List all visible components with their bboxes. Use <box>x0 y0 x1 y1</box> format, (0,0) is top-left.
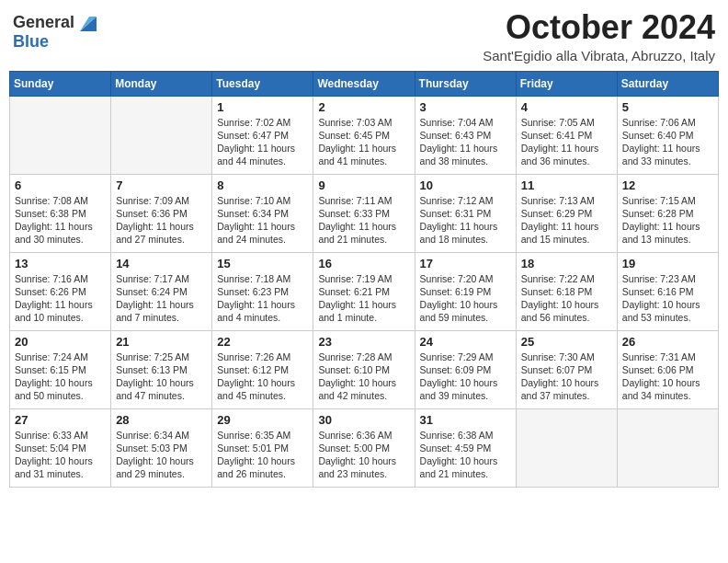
week-row-3: 13Sunrise: 7:16 AM Sunset: 6:26 PM Dayli… <box>10 252 719 330</box>
day-info: Sunrise: 7:24 AM Sunset: 6:15 PM Dayligh… <box>15 350 106 403</box>
day-number: 27 <box>15 413 106 427</box>
page-header: General Blue October 2024 Sant'Egidio al… <box>9 9 719 63</box>
day-info: Sunrise: 7:02 AM Sunset: 6:47 PM Dayligh… <box>217 116 308 168</box>
day-number: 23 <box>318 335 409 349</box>
calendar-cell: 6Sunrise: 7:08 AM Sunset: 6:38 PM Daylig… <box>10 174 111 252</box>
calendar-cell: 10Sunrise: 7:12 AM Sunset: 6:31 PM Dayli… <box>415 174 516 252</box>
day-number: 13 <box>15 257 106 270</box>
day-number: 9 <box>318 178 409 192</box>
day-number: 25 <box>521 335 612 349</box>
month-title: October 2024 <box>483 9 715 46</box>
day-info: Sunrise: 7:25 AM Sunset: 6:13 PM Dayligh… <box>116 350 207 403</box>
calendar-cell: 3Sunrise: 7:04 AM Sunset: 6:43 PM Daylig… <box>415 96 516 174</box>
day-info: Sunrise: 6:34 AM Sunset: 5:03 PM Dayligh… <box>116 429 207 481</box>
calendar-cell: 18Sunrise: 7:22 AM Sunset: 6:18 PM Dayli… <box>516 252 617 330</box>
week-row-5: 27Sunrise: 6:33 AM Sunset: 5:04 PM Dayli… <box>10 408 719 487</box>
calendar-cell: 26Sunrise: 7:31 AM Sunset: 6:06 PM Dayli… <box>617 330 718 408</box>
weekday-header-sunday: Sunday <box>10 71 111 96</box>
day-info: Sunrise: 7:28 AM Sunset: 6:10 PM Dayligh… <box>318 350 409 403</box>
calendar-cell <box>617 408 718 487</box>
day-info: Sunrise: 7:22 AM Sunset: 6:18 PM Dayligh… <box>521 272 612 325</box>
day-info: Sunrise: 7:03 AM Sunset: 6:45 PM Dayligh… <box>318 116 409 168</box>
day-info: Sunrise: 7:18 AM Sunset: 6:23 PM Dayligh… <box>217 272 308 325</box>
location-subtitle: Sant'Egidio alla Vibrata, Abruzzo, Italy <box>483 48 715 63</box>
day-info: Sunrise: 6:38 AM Sunset: 4:59 PM Dayligh… <box>420 429 511 481</box>
day-info: Sunrise: 7:06 AM Sunset: 6:40 PM Dayligh… <box>622 116 713 168</box>
calendar-cell: 23Sunrise: 7:28 AM Sunset: 6:10 PM Dayli… <box>313 330 415 408</box>
day-number: 11 <box>521 178 612 192</box>
day-number: 12 <box>622 178 713 192</box>
day-info: Sunrise: 6:36 AM Sunset: 5:00 PM Dayligh… <box>318 429 409 481</box>
calendar-cell: 5Sunrise: 7:06 AM Sunset: 6:40 PM Daylig… <box>617 96 718 174</box>
day-info: Sunrise: 7:31 AM Sunset: 6:06 PM Dayligh… <box>622 350 713 403</box>
calendar-cell: 28Sunrise: 6:34 AM Sunset: 5:03 PM Dayli… <box>111 408 212 487</box>
calendar-cell: 17Sunrise: 7:20 AM Sunset: 6:19 PM Dayli… <box>415 252 516 330</box>
day-number: 5 <box>622 100 713 114</box>
day-info: Sunrise: 7:13 AM Sunset: 6:29 PM Dayligh… <box>521 194 612 247</box>
day-number: 7 <box>116 178 207 192</box>
calendar-cell <box>111 96 212 174</box>
day-number: 3 <box>420 100 511 114</box>
day-number: 6 <box>15 178 106 192</box>
day-number: 24 <box>420 335 511 349</box>
day-info: Sunrise: 7:10 AM Sunset: 6:34 PM Dayligh… <box>217 194 308 247</box>
day-info: Sunrise: 7:29 AM Sunset: 6:09 PM Dayligh… <box>420 350 511 403</box>
calendar-body: 1Sunrise: 7:02 AM Sunset: 6:47 PM Daylig… <box>10 96 719 487</box>
calendar-cell: 29Sunrise: 6:35 AM Sunset: 5:01 PM Dayli… <box>212 408 313 487</box>
day-info: Sunrise: 7:23 AM Sunset: 6:16 PM Dayligh… <box>622 272 713 325</box>
calendar-cell: 1Sunrise: 7:02 AM Sunset: 6:47 PM Daylig… <box>212 96 313 174</box>
day-info: Sunrise: 7:12 AM Sunset: 6:31 PM Dayligh… <box>420 194 511 247</box>
logo: General Blue <box>13 13 97 52</box>
week-row-1: 1Sunrise: 7:02 AM Sunset: 6:47 PM Daylig… <box>10 96 719 174</box>
day-info: Sunrise: 7:09 AM Sunset: 6:36 PM Dayligh… <box>116 194 207 247</box>
weekday-header-friday: Friday <box>516 71 617 96</box>
calendar-cell: 8Sunrise: 7:10 AM Sunset: 6:34 PM Daylig… <box>212 174 313 252</box>
weekday-header-row: SundayMondayTuesdayWednesdayThursdayFrid… <box>10 71 719 96</box>
day-info: Sunrise: 6:33 AM Sunset: 5:04 PM Dayligh… <box>15 429 106 481</box>
day-info: Sunrise: 7:04 AM Sunset: 6:43 PM Dayligh… <box>420 116 511 168</box>
weekday-header-wednesday: Wednesday <box>313 71 415 96</box>
day-number: 16 <box>318 257 409 270</box>
day-number: 21 <box>116 335 207 349</box>
day-info: Sunrise: 7:26 AM Sunset: 6:12 PM Dayligh… <box>217 350 308 403</box>
weekday-header-thursday: Thursday <box>415 71 516 96</box>
calendar-cell: 20Sunrise: 7:24 AM Sunset: 6:15 PM Dayli… <box>10 330 111 408</box>
calendar-cell: 25Sunrise: 7:30 AM Sunset: 6:07 PM Dayli… <box>516 330 617 408</box>
calendar-cell: 14Sunrise: 7:17 AM Sunset: 6:24 PM Dayli… <box>111 252 212 330</box>
calendar-cell: 24Sunrise: 7:29 AM Sunset: 6:09 PM Dayli… <box>415 330 516 408</box>
day-number: 31 <box>420 413 511 427</box>
day-info: Sunrise: 7:20 AM Sunset: 6:19 PM Dayligh… <box>420 272 511 325</box>
day-info: Sunrise: 7:11 AM Sunset: 6:33 PM Dayligh… <box>318 194 409 247</box>
calendar-header: SundayMondayTuesdayWednesdayThursdayFrid… <box>10 71 719 96</box>
day-number: 10 <box>420 178 511 192</box>
day-number: 4 <box>521 100 612 114</box>
calendar-cell <box>10 96 111 174</box>
day-number: 2 <box>318 100 409 114</box>
day-number: 14 <box>116 257 207 270</box>
day-number: 29 <box>217 413 308 427</box>
day-info: Sunrise: 7:16 AM Sunset: 6:26 PM Dayligh… <box>15 272 106 325</box>
calendar-cell: 22Sunrise: 7:26 AM Sunset: 6:12 PM Dayli… <box>212 330 313 408</box>
week-row-4: 20Sunrise: 7:24 AM Sunset: 6:15 PM Dayli… <box>10 330 719 408</box>
calendar-cell: 15Sunrise: 7:18 AM Sunset: 6:23 PM Dayli… <box>212 252 313 330</box>
weekday-header-monday: Monday <box>111 71 212 96</box>
week-row-2: 6Sunrise: 7:08 AM Sunset: 6:38 PM Daylig… <box>10 174 719 252</box>
calendar-cell: 4Sunrise: 7:05 AM Sunset: 6:41 PM Daylig… <box>516 96 617 174</box>
logo-general: General <box>13 13 74 32</box>
weekday-header-tuesday: Tuesday <box>212 71 313 96</box>
day-info: Sunrise: 7:05 AM Sunset: 6:41 PM Dayligh… <box>521 116 612 168</box>
day-info: Sunrise: 7:17 AM Sunset: 6:24 PM Dayligh… <box>116 272 207 325</box>
title-block: October 2024 Sant'Egidio alla Vibrata, A… <box>483 9 715 63</box>
day-info: Sunrise: 7:08 AM Sunset: 6:38 PM Dayligh… <box>15 194 106 247</box>
day-number: 28 <box>116 413 207 427</box>
logo-icon <box>76 15 97 31</box>
calendar-cell: 2Sunrise: 7:03 AM Sunset: 6:45 PM Daylig… <box>313 96 415 174</box>
day-number: 26 <box>622 335 713 349</box>
weekday-header-saturday: Saturday <box>617 71 718 96</box>
day-info: Sunrise: 7:30 AM Sunset: 6:07 PM Dayligh… <box>521 350 612 403</box>
calendar-cell: 11Sunrise: 7:13 AM Sunset: 6:29 PM Dayli… <box>516 174 617 252</box>
day-number: 8 <box>217 178 308 192</box>
logo-blue: Blue <box>13 32 97 52</box>
calendar-cell: 12Sunrise: 7:15 AM Sunset: 6:28 PM Dayli… <box>617 174 718 252</box>
day-number: 17 <box>420 257 511 270</box>
